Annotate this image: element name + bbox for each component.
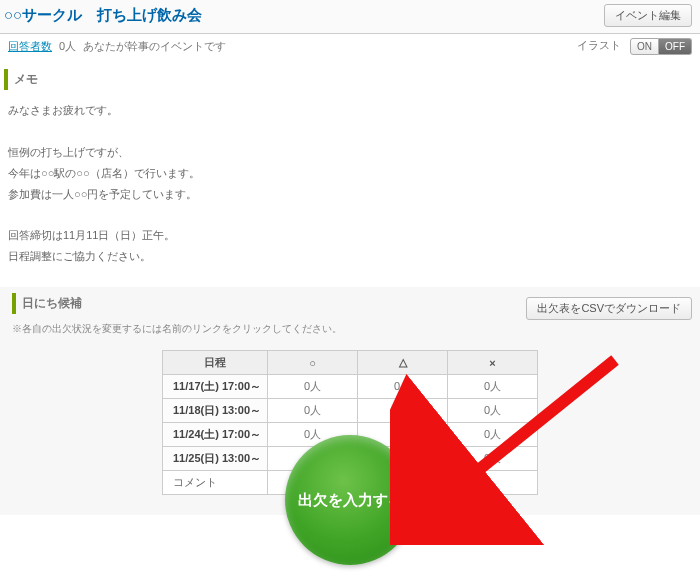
table-row: 11/17(土) 17:00～ 0人 0人 0人 bbox=[162, 375, 537, 399]
memo-line: みなさまお疲れです。 bbox=[8, 100, 692, 121]
memo-line: 参加費は一人○○円を予定しています。 bbox=[8, 184, 692, 205]
col-cross: × bbox=[448, 351, 538, 375]
illust-label: イラスト bbox=[577, 39, 621, 51]
cell-circle: 0人 bbox=[268, 375, 358, 399]
col-triangle: △ bbox=[358, 351, 448, 375]
respondents-info: 回答者数 0人 あなたが幹事のイベントです bbox=[8, 39, 230, 54]
schedule-heading: 日にち候補 bbox=[12, 293, 88, 314]
col-circle: ○ bbox=[268, 351, 358, 375]
cell-date: 11/18(日) 13:00～ bbox=[162, 399, 267, 423]
cell-circle: 0人 bbox=[268, 399, 358, 423]
edit-event-button[interactable]: イベント編集 bbox=[604, 4, 692, 27]
cell-date: 11/25(日) 13:00～ bbox=[162, 447, 267, 471]
cell-triangle: 0人 bbox=[358, 375, 448, 399]
table-header-row: 日程 ○ △ × bbox=[162, 351, 537, 375]
col-date: 日程 bbox=[162, 351, 267, 375]
cell-cross: 0人 bbox=[448, 447, 538, 471]
memo-line: 恒例の打ち上げですが、 bbox=[8, 142, 692, 163]
memo-line: 回答締切は11月11日（日）正午。 bbox=[8, 225, 692, 246]
subheader: 回答者数 0人 あなたが幹事のイベントです イラスト ON OFF bbox=[0, 34, 700, 59]
organizer-note: あなたが幹事のイベントです bbox=[83, 40, 226, 52]
cell-triangle: 0人 bbox=[358, 399, 448, 423]
cell-date: 11/24(土) 17:00～ bbox=[162, 423, 267, 447]
cell-cross: 0人 bbox=[448, 399, 538, 423]
memo-body: みなさまお疲れです。 恒例の打ち上げですが、 今年は○○駅の○○（店名）で行いま… bbox=[0, 96, 700, 283]
cell-date: 11/17(土) 17:00～ bbox=[162, 375, 267, 399]
respondents-count: 0人 bbox=[59, 40, 76, 52]
download-csv-button[interactable]: 出欠表をCSVでダウンロード bbox=[526, 297, 692, 320]
respondents-label: 回答者数 bbox=[8, 40, 52, 52]
illust-toggle-group: イラスト ON OFF bbox=[577, 38, 692, 55]
memo-line: 日程調整にご協力ください。 bbox=[8, 246, 692, 267]
event-title: ○○サークル 打ち上げ飲み会 bbox=[4, 6, 202, 25]
memo-heading: メモ bbox=[4, 69, 44, 90]
memo-line: 今年は○○駅の○○（店名）で行います。 bbox=[8, 163, 692, 184]
illust-off-button[interactable]: OFF bbox=[659, 38, 692, 55]
cell-cross: 0人 bbox=[448, 375, 538, 399]
table-row: 11/18(日) 13:00～ 0人 0人 0人 bbox=[162, 399, 537, 423]
comment-label: コメント bbox=[162, 471, 267, 495]
enter-attendance-button[interactable]: 出欠を入力する bbox=[285, 435, 415, 565]
illust-on-button[interactable]: ON bbox=[630, 38, 659, 55]
header: ○○サークル 打ち上げ飲み会 イベント編集 bbox=[0, 0, 700, 34]
cell-cross: 0人 bbox=[448, 423, 538, 447]
schedule-note: ※各自の出欠状況を変更するには名前のリンクをクリックしてください。 bbox=[12, 322, 342, 336]
